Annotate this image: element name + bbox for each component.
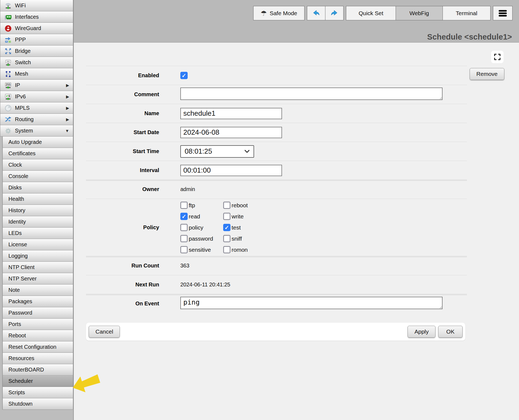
sidebar-item-auto-upgrade[interactable]: Auto Upgrade (2, 136, 73, 148)
tab-webfig[interactable]: WebFig (396, 6, 443, 20)
sidebar-item-ipv6[interactable]: 6IPv6▶ (0, 91, 73, 102)
form-row-owner: Owner admin (86, 180, 467, 199)
policy-checkbox-password[interactable] (180, 235, 188, 242)
sidebar-item-note[interactable]: Note (2, 284, 73, 296)
owner-label: Owner (86, 186, 159, 192)
run-count-value: 363 (180, 263, 467, 269)
enabled-checkbox[interactable] (180, 72, 188, 79)
form-row-on-event: On Event ping (86, 294, 467, 313)
fullscreen-icon (493, 53, 501, 61)
form-row-comment: Comment (86, 85, 467, 104)
sidebar-item-ip[interactable]: 255IP▶ (0, 79, 73, 91)
chevron-down-icon: ▼ (65, 128, 69, 133)
sidebar-item-license[interactable]: License (2, 239, 73, 250)
sidebar-item-ntp-server[interactable]: NTP Server (2, 273, 73, 285)
sidebar-item-leds[interactable]: LEDs (2, 227, 73, 239)
sidebar-item-reboot[interactable]: Reboot (2, 330, 73, 341)
sidebar-item-switch[interactable]: Switch (0, 57, 73, 68)
policy-checkbox-test[interactable] (223, 224, 230, 231)
policy-checkbox-ftp[interactable] (180, 202, 188, 209)
sidebar-item-ntp-client[interactable]: NTP Client (2, 261, 73, 273)
cancel-button[interactable]: Cancel (89, 326, 120, 338)
ip-icon: 255 (4, 81, 12, 89)
apply-button[interactable]: Apply (408, 326, 435, 338)
policy-checkbox-policy[interactable] (180, 224, 188, 231)
policy-option-password: password (180, 235, 223, 242)
expand-button[interactable] (491, 51, 504, 63)
sidebar-item-resources[interactable]: Resources (2, 353, 73, 364)
form-row-next-run: Next Run 2024-06-11 20:41:25 (86, 275, 467, 294)
start-date-input[interactable] (180, 127, 282, 138)
sidebar-item-wifi[interactable]: WiFi (0, 0, 73, 11)
remove-button[interactable]: Remove (470, 68, 504, 80)
sidebar-item-bridge[interactable]: Bridge (0, 45, 73, 57)
tab-quick-set[interactable]: Quick Set (346, 6, 396, 20)
sidebar-item-health[interactable]: Health (2, 193, 73, 205)
wifi-icon (4, 2, 12, 10)
redo-icon (330, 9, 339, 18)
ppp-icon (4, 36, 12, 44)
policy-checkbox-sniff[interactable] (223, 235, 230, 242)
enabled-label: Enabled (86, 72, 159, 79)
sidebar-item-ports[interactable]: Ports (2, 318, 73, 330)
policy-label: Policy (86, 224, 159, 231)
sidebar-item-logging[interactable]: Logging (2, 250, 73, 262)
sidebar-item-ppp[interactable]: PPP (0, 34, 73, 46)
sidebar-item-reset-configuration[interactable]: Reset Configuration (2, 341, 73, 353)
sidebar-item-mesh[interactable]: Mesh (0, 68, 73, 80)
sidebar-item-history[interactable]: History (2, 205, 73, 216)
svg-text:6: 6 (8, 94, 10, 98)
policy-checkbox-read[interactable] (180, 213, 188, 220)
ok-button[interactable]: OK (438, 326, 463, 338)
sidebar-system-submenu: Auto UpgradeCertificatesClockConsoleDisk… (2, 136, 73, 410)
sidebar-item-clock[interactable]: Clock (2, 159, 73, 171)
sidebar-item-scripts[interactable]: Scripts (2, 387, 73, 398)
form-row-policy: Policy ftprebootreadwritepolicytestpassw… (86, 199, 467, 256)
action-bar: Cancel Apply OK (86, 323, 465, 341)
comment-input[interactable] (180, 88, 443, 100)
form-row-enabled: Enabled (86, 66, 467, 85)
sidebar-item-password[interactable]: Password (2, 307, 73, 319)
content-panel: Remove Enabled Comment Name Start Date S… (74, 42, 519, 420)
form-row-start-date: Start Date (86, 123, 467, 142)
main-area: ☂ Safe Mode Quick Set WebFig Terminal (74, 0, 519, 420)
sidebar-item-system[interactable]: System▼ (0, 125, 73, 137)
name-input[interactable] (180, 108, 282, 119)
chevron-down-icon (244, 150, 250, 153)
policy-option-sensitive: sensitive (180, 246, 223, 253)
policy-checkbox-romon[interactable] (223, 246, 230, 253)
sidebar-item-routing[interactable]: Routing▶ (0, 114, 73, 125)
undo-button[interactable] (307, 6, 325, 20)
sidebar-item-interfaces[interactable]: Interfaces (0, 11, 73, 23)
tab-terminal[interactable]: Terminal (443, 6, 491, 20)
safe-mode-button[interactable]: ☂ Safe Mode (253, 6, 305, 20)
next-run-value: 2024-06-11 20:41:25 (180, 282, 467, 288)
redo-button[interactable] (325, 6, 344, 20)
policy-checkbox-write[interactable] (223, 213, 230, 220)
sidebar-item-identity[interactable]: Identity (2, 216, 73, 228)
sidebar-item-console[interactable]: Console (2, 170, 73, 182)
menu-button[interactable] (493, 6, 512, 20)
toolbar: ☂ Safe Mode Quick Set WebFig Terminal (253, 6, 512, 20)
form-row-name: Name (86, 104, 467, 123)
interval-input[interactable] (180, 165, 282, 176)
policy-checkbox-reboot[interactable] (223, 202, 230, 209)
interval-label: Interval (86, 167, 159, 173)
sidebar-item-packages[interactable]: Packages (2, 296, 73, 307)
on-event-input[interactable]: ping (180, 297, 443, 309)
policy-option-write: write (223, 213, 248, 220)
routing-icon (4, 115, 12, 124)
sidebar-item-wireguard[interactable]: WireGuard (0, 22, 73, 34)
policy-checkbox-sensitive[interactable] (180, 246, 188, 253)
sidebar-item-disks[interactable]: Disks (2, 182, 73, 193)
policy-option-ftp: ftp (180, 202, 223, 209)
sidebar-item-mpls[interactable]: MPLS▶ (0, 102, 73, 114)
sidebar-item-scheduler[interactable]: Scheduler (2, 375, 73, 387)
schedule-form: Enabled Comment Name Start Date Start Ti… (86, 66, 467, 341)
start-time-select[interactable]: 08:01:25 (180, 145, 254, 158)
sidebar-item-routerboard[interactable]: RouterBOARD (2, 364, 73, 376)
sidebar-item-shutdown[interactable]: Shutdown (2, 398, 73, 410)
hamburger-icon (498, 9, 508, 17)
policy-option-romon: romon (223, 246, 248, 253)
sidebar-item-certificates[interactable]: Certificates (2, 148, 73, 159)
